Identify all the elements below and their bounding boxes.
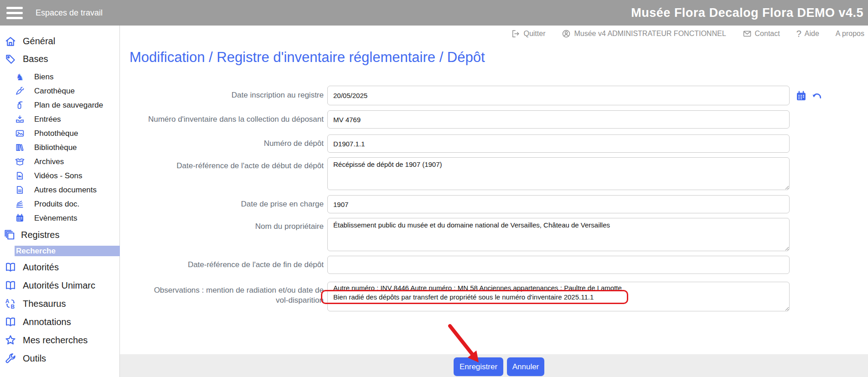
field-label-numero-inventaire: Numéro d'inventaire dans la collection d… — [129, 110, 324, 129]
sidebar-label: Biens — [34, 72, 54, 82]
user-circle-icon — [562, 29, 571, 38]
sidebar-label: Autres documents — [34, 186, 97, 195]
open-book-icon — [5, 316, 16, 328]
app-title: Musée Flora Decalog Flora DEMO v4.5 — [631, 0, 863, 26]
about-label: A propos — [836, 30, 864, 38]
quit-button[interactable]: Quitter — [511, 29, 545, 38]
about-button[interactable]: A propos — [836, 30, 864, 38]
sidebar-label: Mes recherches — [23, 335, 88, 346]
field-label-date-prise-en-charge: Date de prise en charge — [129, 195, 324, 213]
observations-textarea[interactable]: Autre numéro : INV 8446 Autre numéro : M… — [327, 282, 790, 311]
sidebar-label: Autorités — [23, 262, 59, 273]
wrench-icon — [5, 352, 16, 364]
sidebar-label: Archives — [34, 157, 64, 166]
acte-debut-depot-textarea[interactable]: Récépissé de dépôt de 1907 (1907) — [327, 157, 790, 190]
field-label-acte-debut-depot: Date-référence de l'acte de début de dép… — [129, 157, 324, 190]
sidebar-item-videos-sons[interactable]: Vidéos - Sons — [0, 169, 119, 183]
page-title: Modification / Registre d'inventaire rég… — [129, 49, 485, 66]
books-icon — [15, 143, 25, 152]
sidebar-item-carotheque[interactable]: Carothèque — [0, 84, 119, 98]
sidebar-item-entrees[interactable]: Entrées — [0, 112, 119, 126]
sidebar-label: Autorités Unimarc — [23, 280, 95, 291]
sidebar-item-plan-de-sauvegarde[interactable]: Plan de sauvegarde — [0, 98, 119, 112]
sidebar-item-annotations[interactable]: Annotations — [0, 313, 119, 331]
star-icon — [5, 334, 16, 346]
inbox-in-icon — [15, 114, 25, 124]
open-box-icon — [15, 157, 25, 166]
svg-text:B: B — [11, 304, 15, 310]
translate-ab-icon: AB — [5, 298, 16, 310]
contact-label: Contact — [755, 30, 780, 38]
tag-icon — [5, 53, 16, 65]
sidebar-item-autorites[interactable]: Autorités — [0, 258, 119, 276]
sidebar-item-recherche-selected[interactable]: Recherche — [15, 246, 120, 256]
help-label: Aide — [805, 30, 819, 38]
sidebar: Général Bases ♞ Biens Carothèque Plan de… — [0, 26, 120, 377]
contact-button[interactable]: Contact — [743, 29, 780, 38]
sidebar-item-outils[interactable]: Outils — [0, 349, 119, 367]
sidebar-label: Entrées — [34, 115, 61, 124]
top-header: Espaces de travail Musée Flora Decalog F… — [0, 0, 868, 26]
paper-stack-icon — [15, 199, 25, 209]
acte-fin-depot-input[interactable] — [327, 256, 790, 274]
save-button[interactable]: Enregistrer — [454, 357, 503, 376]
sidebar-item-registres[interactable]: Registres — [0, 225, 119, 244]
help-button[interactable]: ? Aide — [796, 29, 819, 39]
user-menu[interactable]: Musée v4 ADMINISTRATEUR FONCTIONNEL — [562, 29, 726, 38]
sidebar-item-autorites-unimarc[interactable]: Autorités Unimarc — [0, 276, 119, 294]
workspace-label: Espaces de travail — [36, 0, 103, 26]
sidebar-label: Registres — [21, 230, 59, 240]
home-icon — [5, 36, 16, 47]
sidebar-item-phototheque[interactable]: Photothèque — [0, 126, 119, 140]
sidebar-label: Annotations — [23, 317, 71, 327]
numero-depot-input[interactable] — [327, 134, 790, 153]
sidebar-item-bases[interactable]: Bases — [0, 50, 119, 68]
open-book-icon — [5, 261, 16, 273]
user-name: Musée v4 ADMINISTRATEUR FONCTIONNEL — [574, 30, 726, 38]
field-label-nom-proprietaire: Nom du propriétaire — [129, 218, 324, 251]
open-book-icon — [5, 279, 16, 291]
nom-proprietaire-textarea[interactable]: Établissement public du musée et du doma… — [327, 218, 790, 251]
sidebar-label: Outils — [23, 353, 46, 364]
sidebar-label: Carothèque — [34, 87, 75, 96]
calendar-icon — [15, 213, 25, 223]
sidebar-label: Thesaurus — [23, 299, 66, 309]
sidebar-item-general[interactable]: Général — [0, 32, 119, 50]
date-prise-en-charge-input[interactable] — [327, 195, 790, 213]
sidebar-item-evenements[interactable]: Evènements — [0, 211, 119, 225]
field-label-observations: Observations : mention de radiation et/o… — [148, 282, 324, 311]
numero-inventaire-input[interactable] — [327, 110, 790, 129]
sidebar-item-bibliotheque[interactable]: Bibliothèque — [0, 140, 119, 155]
quit-label: Quitter — [523, 30, 545, 38]
sidebar-item-autres-documents[interactable]: Autres documents — [0, 183, 119, 197]
sidebar-label: Vidéos - Sons — [34, 171, 83, 181]
envelope-icon — [743, 29, 752, 38]
chess-knight-icon: ♞ — [15, 72, 25, 82]
video-file-icon — [15, 171, 25, 181]
undo-icon[interactable] — [811, 91, 822, 101]
svg-text:A: A — [5, 298, 10, 305]
sidebar-label: Bases — [23, 54, 48, 64]
sidebar-label: Plan de sauvegarde — [34, 101, 103, 110]
calendar-icon[interactable] — [796, 91, 806, 101]
field-label-date-inscription: Date inscription au registre — [129, 86, 324, 105]
core-sample-icon — [15, 86, 25, 96]
document-icon — [15, 185, 25, 195]
logout-icon — [511, 29, 520, 38]
image-icon — [15, 129, 25, 138]
sidebar-label: Photothèque — [34, 129, 78, 138]
sidebar-item-biens[interactable]: ♞ Biens — [0, 70, 119, 84]
sidebar-item-thesaurus[interactable]: AB Thesaurus — [0, 294, 119, 313]
sidebar-item-produits-doc[interactable]: Produits doc. — [0, 197, 119, 211]
sidebar-item-mes-recherches[interactable]: Mes recherches — [0, 331, 119, 349]
sidebar-item-archives[interactable]: Archives — [0, 155, 119, 169]
date-inscription-input[interactable] — [327, 86, 790, 105]
cancel-button[interactable]: Annuler — [507, 357, 544, 376]
field-label-numero-depot: Numéro de dépôt — [129, 134, 324, 153]
fire-extinguisher-icon — [15, 100, 25, 110]
hamburger-menu-icon[interactable] — [6, 7, 23, 19]
sidebar-label: Evènements — [34, 214, 78, 223]
field-label-acte-fin-depot: Date-référence de l'acte de fin de dépôt — [129, 256, 324, 274]
sidebar-label: Général — [23, 36, 55, 46]
sidebar-label: Produits doc. — [34, 200, 79, 209]
